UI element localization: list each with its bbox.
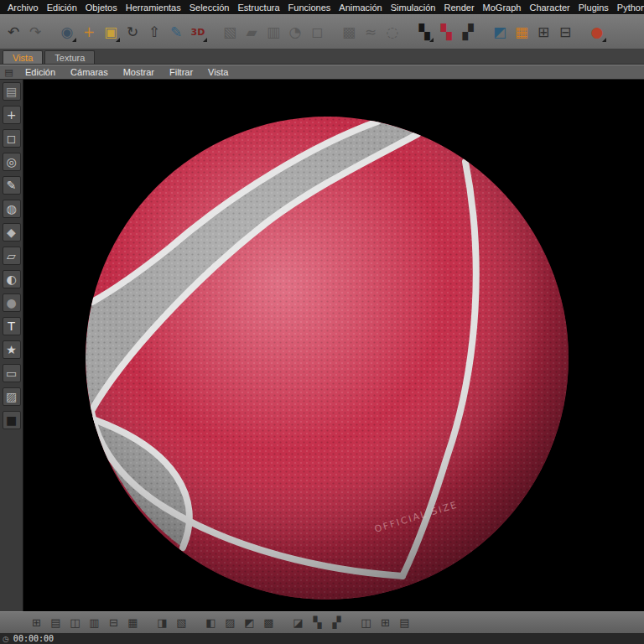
uv-grid-a-icon[interactable]: ⊞ bbox=[532, 19, 554, 44]
transform-tool-icon[interactable]: + bbox=[3, 106, 21, 124]
menu-edicion[interactable]: Edición bbox=[43, 3, 81, 13]
gradient-fill-icon[interactable]: ▥ bbox=[262, 19, 284, 44]
vp-menu-vista[interactable]: Vista bbox=[200, 67, 236, 77]
checker-red-icon[interactable]: ▚ bbox=[435, 19, 457, 44]
redo-icon[interactable]: ↷ bbox=[24, 19, 46, 44]
alpha-channel-icon[interactable]: ▨ bbox=[221, 615, 240, 631]
eraser-icon[interactable]: ▱ bbox=[3, 247, 21, 265]
paint-brush-icon[interactable]: ✎ bbox=[3, 176, 21, 195]
clone-tool-icon[interactable]: ◌ bbox=[382, 19, 403, 44]
viewport-menubar: ▤ Edición Cámaras Mostrar Filtrar Vista bbox=[0, 65, 644, 80]
crop-tool-icon[interactable]: ◻ bbox=[306, 19, 328, 44]
view-tabs: Vista Textura bbox=[0, 49, 644, 65]
uv-edges-icon[interactable]: ▞ bbox=[327, 615, 346, 631]
brush-size-icon[interactable]: ◨ bbox=[153, 615, 172, 631]
add-texture-icon[interactable]: + bbox=[78, 19, 100, 44]
layer-mask-icon[interactable]: ◫ bbox=[65, 615, 85, 631]
bottom-toolbar: ⊞ ▤ ◫ ▥ ⊟ ▦ ◨ ▧ ◧ ▨ ◩ ▩ ◪ ▚ ▞ ◫ bbox=[0, 611, 644, 633]
menu-herramientas[interactable]: Herramientas bbox=[122, 3, 185, 13]
undo-icon[interactable]: ↶ bbox=[3, 19, 24, 44]
fill-bucket-icon[interactable]: ◍ bbox=[3, 200, 21, 218]
menu-seleccion[interactable]: Selección bbox=[185, 3, 234, 13]
menu-simulacion[interactable]: Simulación bbox=[387, 3, 440, 13]
magnify-tool-icon[interactable]: ◎ bbox=[3, 153, 21, 171]
timecode: 00:00:00 bbox=[13, 634, 54, 643]
checker-bw-icon[interactable]: ▚ bbox=[413, 19, 435, 44]
shape-tool-icon[interactable]: ▭ bbox=[3, 364, 21, 382]
lock-selection-icon[interactable]: ⇧ bbox=[143, 19, 165, 44]
color-channel-icon[interactable]: ◧ bbox=[201, 615, 221, 631]
basketball-render: OFFICIAL SIZE bbox=[23, 80, 644, 611]
paint-setup-wizard-icon[interactable]: 3D bbox=[187, 19, 209, 44]
viewport-3d[interactable]: OFFICIAL SIZE bbox=[23, 80, 644, 611]
main-toolbar: ↶ ↷ ◉ + ▣ ↻ ⇧ ✎ 3D ▧ ▰ ▥ ◔ ◻ ▩ ≈ bbox=[0, 14, 644, 49]
texture-layers-icon[interactable]: ⊞ bbox=[27, 615, 46, 631]
menu-python[interactable]: Python bbox=[613, 3, 644, 13]
smear-tool-icon[interactable]: ≈ bbox=[360, 19, 382, 44]
viewport-menu-items: Edición Cámaras Mostrar Filtrar Vista bbox=[18, 67, 236, 77]
uv-mesh-edit-icon[interactable]: ◩ bbox=[489, 19, 511, 44]
ball-shading bbox=[86, 117, 569, 600]
tab-vista[interactable]: Vista bbox=[3, 50, 43, 64]
specular-channel-icon[interactable]: ▩ bbox=[259, 615, 278, 631]
menu-animacion[interactable]: Animación bbox=[335, 3, 386, 13]
selection-tool-icon[interactable]: ◻ bbox=[3, 129, 21, 148]
layer-list-icon[interactable]: ▤ bbox=[46, 615, 65, 631]
dodge-tool-icon[interactable]: ◐ bbox=[3, 270, 21, 288]
uv-grid-b-icon[interactable]: ⊟ bbox=[554, 19, 576, 44]
menu-render[interactable]: Render bbox=[440, 3, 479, 13]
bump-channel-icon[interactable]: ◩ bbox=[240, 615, 259, 631]
status-bar: ◷ 00:00:00 bbox=[0, 633, 644, 644]
menu-character[interactable]: Character bbox=[525, 3, 574, 13]
projection-paint-icon[interactable]: ✎ bbox=[165, 19, 187, 44]
text-tool-icon[interactable]: T bbox=[3, 317, 21, 335]
bodypaint-window: Archivo Edición Objetos Herramientas Sel… bbox=[0, 0, 644, 644]
menu-funciones[interactable]: Funciones bbox=[284, 3, 335, 13]
maxon-branding: MAXON BODYPAINT 3D bbox=[0, 549, 2, 608]
menu-estructura[interactable]: Estructura bbox=[233, 3, 283, 13]
menu-objetos[interactable]: Objetos bbox=[81, 3, 122, 13]
star-shape-icon[interactable]: ★ bbox=[3, 340, 21, 359]
paint-tools: ▤ + ◻ ◎ ✎ ◍ ◆ ▱ ◐ ● bbox=[3, 82, 21, 429]
material-sphere-icon[interactable]: ● bbox=[586, 19, 608, 44]
menu-plugins[interactable]: Plugins bbox=[574, 3, 613, 13]
gradient-tool-icon[interactable]: ▨ bbox=[3, 387, 21, 406]
vp-menu-edicion[interactable]: Edición bbox=[18, 67, 63, 77]
checker-dark-icon[interactable]: ▞ bbox=[457, 19, 479, 44]
vp-menu-mostrar[interactable]: Mostrar bbox=[116, 67, 162, 77]
tab-textura[interactable]: Textura bbox=[44, 50, 95, 64]
menu-mograph[interactable]: MoGraph bbox=[479, 3, 526, 13]
menubar: Archivo Edición Objetos Herramientas Sel… bbox=[0, 0, 644, 14]
uv-points-icon[interactable]: ▚ bbox=[308, 615, 327, 631]
multibrush-icon[interactable]: ▩ bbox=[338, 19, 360, 44]
remove-layer-icon[interactable]: ⊟ bbox=[104, 615, 123, 631]
render-view-icon[interactable]: ◉ bbox=[56, 19, 78, 44]
vp-menu-camaras[interactable]: Cámaras bbox=[63, 67, 116, 77]
grid-snap-icon[interactable]: ⊞ bbox=[376, 615, 395, 631]
layer-settings-icon[interactable]: ▤ bbox=[395, 615, 414, 631]
paint-tool-rail: ▤ + ◻ ◎ ✎ ◍ ◆ ▱ ◐ ● bbox=[0, 80, 23, 611]
sponge-tool-icon[interactable]: ● bbox=[3, 293, 21, 312]
color-picker-icon[interactable]: ◔ bbox=[284, 19, 306, 44]
menu-archivo[interactable]: Archivo bbox=[3, 3, 43, 13]
texture-view-icon[interactable]: ▦ bbox=[511, 19, 532, 44]
uv-polygons-icon[interactable]: ◪ bbox=[288, 615, 308, 631]
color-swatch-icon[interactable]: ■ bbox=[3, 411, 21, 429]
main-area: ▤ + ◻ ◎ ✎ ◍ ◆ ▱ ◐ ● bbox=[0, 80, 644, 611]
branding-bodypaint: BODYPAINT 3D bbox=[0, 549, 2, 608]
viewport-panel-icon[interactable]: ▤ bbox=[3, 67, 15, 78]
merge-layers-icon[interactable]: ▦ bbox=[123, 615, 143, 631]
save-texture-icon[interactable]: ▣ bbox=[100, 19, 122, 44]
polygon-fill-icon[interactable]: ▰ bbox=[241, 19, 262, 44]
raybrush-icon[interactable]: ▧ bbox=[219, 19, 241, 44]
clone-stamp-icon[interactable]: ◆ bbox=[3, 223, 21, 242]
revert-texture-icon[interactable]: ↻ bbox=[122, 19, 143, 44]
texture-lock-icon[interactable]: ◫ bbox=[356, 615, 376, 631]
brush-pressure-icon[interactable]: ▧ bbox=[172, 615, 191, 631]
clock-icon: ◷ bbox=[3, 635, 9, 643]
workspace-icon[interactable]: ▤ bbox=[3, 82, 21, 101]
vp-menu-filtrar[interactable]: Filtrar bbox=[162, 67, 200, 77]
channel-list-icon[interactable]: ▥ bbox=[85, 615, 104, 631]
